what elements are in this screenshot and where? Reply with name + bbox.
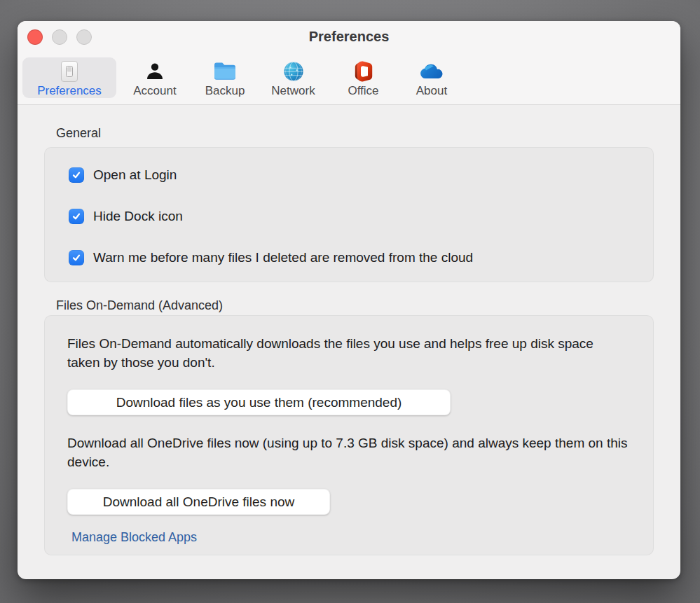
- general-section-title: General: [56, 126, 101, 141]
- tab-preferences-label: Preferences: [37, 84, 102, 98]
- hide-dock-icon-checkbox[interactable]: [69, 209, 84, 224]
- tab-backup[interactable]: Backup: [193, 57, 256, 98]
- folder-icon: [214, 60, 236, 83]
- office-logo-icon: [354, 60, 373, 83]
- hide-dock-icon-label: Hide Dock icon: [93, 209, 183, 224]
- warn-before-delete-row[interactable]: Warn me before many files I deleted are …: [69, 245, 473, 270]
- tab-network-label: Network: [271, 84, 315, 98]
- files-on-demand-description: Files On-Demand automatically downloads …: [67, 334, 628, 372]
- open-at-login-row[interactable]: Open at Login: [69, 162, 177, 188]
- files-on-demand-section-title: Files On-Demand (Advanced): [56, 298, 223, 313]
- open-at-login-checkbox[interactable]: [69, 167, 84, 183]
- tab-office-label: Office: [348, 84, 378, 98]
- tab-preferences[interactable]: Preferences: [22, 57, 116, 98]
- warn-before-delete-label: Warn me before many files I deleted are …: [93, 250, 473, 265]
- tab-account-label: Account: [133, 84, 176, 98]
- download-all-description: Download all OneDrive files now (using u…: [67, 434, 635, 471]
- files-on-demand-card: Files On-Demand automatically downloads …: [44, 315, 654, 555]
- person-icon: [145, 60, 165, 83]
- tab-account[interactable]: Account: [116, 57, 193, 98]
- onedrive-cloud-icon: [420, 60, 444, 83]
- tab-about[interactable]: About: [397, 57, 467, 98]
- general-card: Open at Login Hide Dock icon Warn me bef…: [44, 147, 654, 282]
- manage-blocked-apps-link[interactable]: Manage Blocked Apps: [71, 530, 197, 545]
- download-files-as-used-button[interactable]: Download files as you use them (recommen…: [67, 389, 451, 415]
- hide-dock-icon-row[interactable]: Hide Dock icon: [69, 204, 183, 229]
- window-title: Preferences: [18, 29, 680, 45]
- tab-office[interactable]: Office: [330, 57, 397, 98]
- download-all-onedrive-files-button[interactable]: Download all OneDrive files now: [67, 489, 330, 515]
- tab-network[interactable]: Network: [256, 57, 330, 98]
- toolbar: Preferences Account: [22, 57, 467, 98]
- title-bar: Preferences Prefere: [18, 21, 680, 105]
- switch-icon: [59, 60, 80, 83]
- tab-about-label: About: [416, 84, 447, 98]
- tab-backup-label: Backup: [205, 84, 245, 98]
- warn-before-delete-checkbox[interactable]: [69, 250, 84, 265]
- preferences-window: Preferences Prefere: [18, 21, 680, 579]
- open-at-login-label: Open at Login: [93, 167, 177, 183]
- globe-icon: [283, 60, 304, 83]
